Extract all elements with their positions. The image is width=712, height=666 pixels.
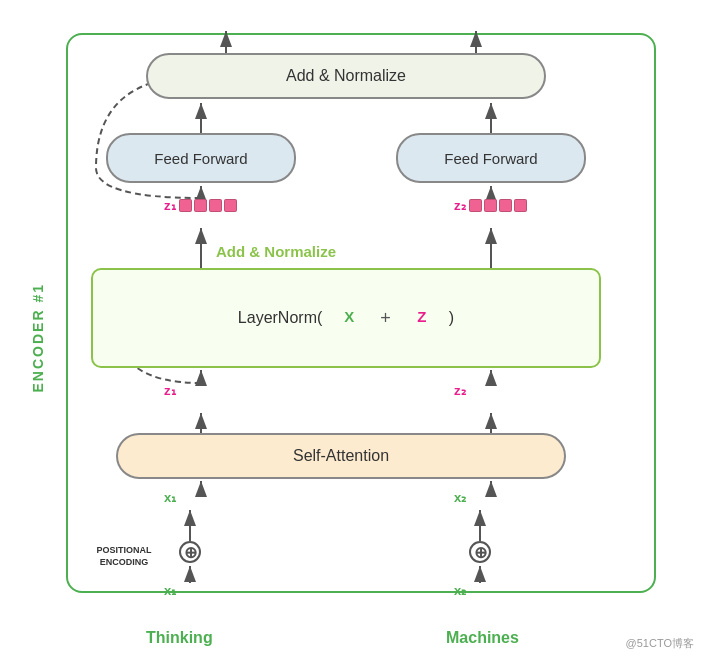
x1-input-block: x₁ xyxy=(164,490,237,505)
label-thinking: Thinking xyxy=(146,629,213,647)
encoder-label: ENCODER #1 xyxy=(30,283,46,392)
add-normalize-label: Add & Normalize xyxy=(216,243,336,260)
label-machines: Machines xyxy=(446,629,519,647)
layernorm-box: LayerNorm( X + Z xyxy=(91,268,601,368)
z1-mid-block: z₁ xyxy=(164,383,207,398)
x1-bottom-block: x₁ xyxy=(164,583,237,598)
watermark: @51CTO博客 xyxy=(626,636,694,651)
positional-encoding-label: POSITIONAL ENCODING xyxy=(84,545,164,568)
pos-enc-circle-right: ⊕ xyxy=(469,541,491,563)
z1-top-block: z₁ xyxy=(164,198,237,213)
self-attention-box: Self-Attention xyxy=(116,433,566,479)
pos-enc-circle-left: ⊕ xyxy=(179,541,201,563)
add-normalize-top: Add & Normalize xyxy=(146,53,546,99)
feed-forward-right: Feed Forward xyxy=(396,133,586,183)
x2-bottom-block: x₂ xyxy=(454,583,527,598)
x2-input-block: x₂ xyxy=(454,490,527,505)
z2-top-block: z₂ xyxy=(454,198,527,213)
feed-forward-left: Feed Forward xyxy=(106,133,296,183)
z2-mid-block: z₂ xyxy=(454,383,497,398)
diagram-container: ENCODER #1 xyxy=(16,13,696,653)
